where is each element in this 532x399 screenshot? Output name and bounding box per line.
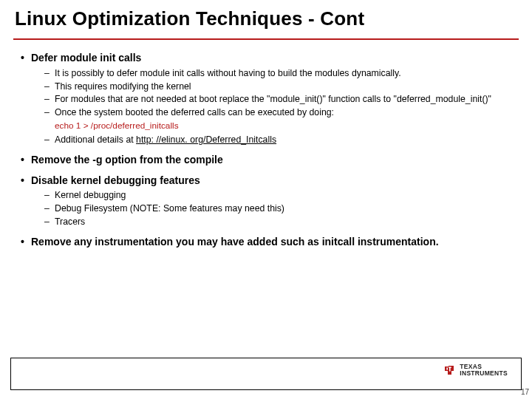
slide: Linux Optimization Techniques - Cont Def… bbox=[0, 0, 532, 399]
ti-chip-icon bbox=[442, 363, 457, 378]
bullet-label: Remove any instrumentation you may have … bbox=[31, 236, 439, 248]
bullet-remove-g: Remove the -g option from the compile bbox=[21, 154, 514, 167]
link-prefix: Additional details at bbox=[55, 134, 136, 145]
sub-item: It is possibly to defer module init call… bbox=[44, 68, 514, 80]
code-line: echo 1 > /proc/deferred_initcalls bbox=[31, 120, 514, 132]
title-rule bbox=[13, 38, 519, 40]
logo-line2: INSTRUMENTS bbox=[460, 370, 508, 377]
bullet-disable-debug: Disable kernel debugging features Kernel… bbox=[21, 174, 514, 228]
slide-content: Defer module init calls It is possibly t… bbox=[21, 52, 514, 256]
svg-rect-2 bbox=[449, 367, 451, 368]
bullet-remove-instrumentation: Remove any instrumentation you may have … bbox=[21, 236, 514, 249]
ti-logo-text: TEXAS INSTRUMENTS bbox=[460, 364, 508, 377]
bullet-label: Disable kernel debugging features bbox=[31, 174, 200, 186]
sub-item: Kernel debugging bbox=[44, 190, 514, 202]
bullet-defer: Defer module init calls It is possibly t… bbox=[21, 52, 514, 146]
ti-logo: TEXAS INSTRUMENTS bbox=[442, 363, 508, 378]
sub-item: For modules that are not needed at boot … bbox=[44, 94, 514, 106]
bullet-label: Defer module init calls bbox=[31, 52, 141, 64]
sub-item: Tracers bbox=[44, 216, 514, 228]
page-number: 17 bbox=[521, 388, 529, 396]
footer-bar: TEXAS INSTRUMENTS bbox=[10, 358, 522, 390]
svg-rect-0 bbox=[447, 367, 449, 369]
bullet-label: Remove the -g option from the compile bbox=[31, 154, 223, 166]
sub-item: Debug Filesystem (NOTE: Some features ma… bbox=[44, 203, 514, 215]
deferred-initcalls-link[interactable]: http: //elinux. org/Deferred_Initcalls bbox=[136, 134, 276, 145]
slide-title: Linux Optimization Techniques - Cont bbox=[15, 7, 364, 30]
sub-item: Once the system booted the deferred call… bbox=[44, 107, 514, 119]
sub-item: This requires modifying the kernel bbox=[44, 81, 514, 93]
sub-item-link: Additional details at http: //elinux. or… bbox=[44, 134, 514, 146]
